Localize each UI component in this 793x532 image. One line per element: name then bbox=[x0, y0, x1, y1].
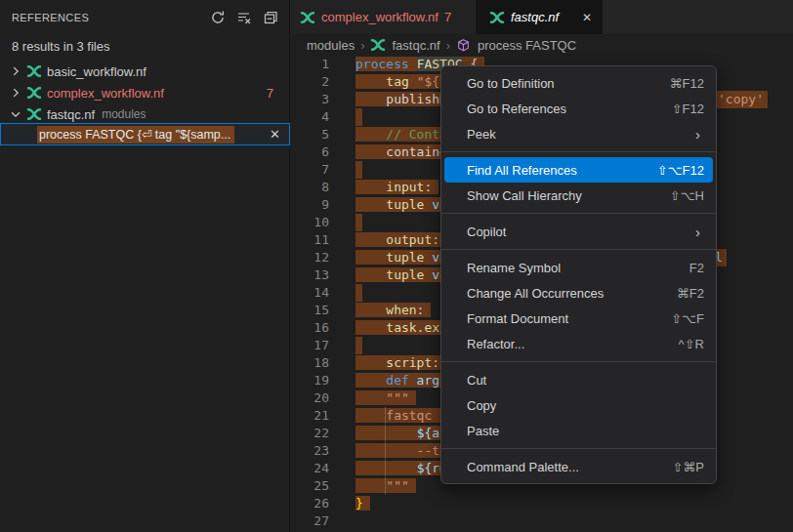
menu-item-shortcut: ⇧⌘P bbox=[672, 460, 704, 474]
code-text: tag "${s bbox=[355, 74, 454, 89]
file-row-basic-workflow-nf[interactable]: basic_workflow.nf bbox=[0, 61, 289, 82]
tab-fastqc-nf[interactable]: fastqc.nf✕ bbox=[477, 0, 603, 34]
code-token: output: bbox=[355, 232, 439, 247]
chevron-down-icon[interactable] bbox=[7, 106, 24, 122]
results-count-badge: 7 bbox=[267, 86, 273, 101]
references-sidebar: REFERENCES 8 results in 3 files basic_wo… bbox=[0, 0, 290, 532]
menu-item-go-to-definition[interactable]: Go to Definition⌘F12 bbox=[444, 70, 713, 96]
code-token: --th bbox=[355, 443, 447, 458]
menu-item-refactor[interactable]: Refactor...^⇧R bbox=[444, 331, 713, 356]
menu-item-label: Refactor... bbox=[467, 337, 679, 351]
breadcrumb-item-modules[interactable]: modules bbox=[307, 38, 355, 53]
file-name: fastqc.nf bbox=[47, 107, 95, 122]
menu-item-peek[interactable]: Peek› bbox=[444, 121, 713, 146]
menu-item-go-to-references[interactable]: Go to References⇧F12 bbox=[444, 96, 713, 121]
menu-item-copilot[interactable]: Copilot› bbox=[444, 219, 713, 244]
nextflow-icon bbox=[300, 10, 315, 25]
code-text: publishD bbox=[355, 92, 454, 106]
line-number: 21 bbox=[290, 407, 329, 425]
menu-separator bbox=[441, 213, 716, 214]
code-token: input: bbox=[355, 180, 432, 194]
reference-match-row[interactable]: process FASTQC {⏎ tag "${samp... ✕ bbox=[0, 123, 290, 145]
code-token: """ bbox=[355, 478, 409, 493]
nextflow-icon bbox=[26, 106, 42, 122]
collapse-all-icon[interactable] bbox=[262, 9, 279, 26]
menu-item-format-document[interactable]: Format Document⇧⌥F bbox=[444, 306, 713, 331]
line-number: 22 bbox=[290, 425, 329, 442]
file-name: complex_workflow.nf bbox=[47, 86, 164, 101]
indent-guide bbox=[385, 407, 386, 495]
line-number: 15 bbox=[290, 302, 329, 319]
line-number: 24 bbox=[290, 460, 329, 477]
menu-separator bbox=[441, 448, 716, 449]
results-tree: basic_workflow.nfcomplex_workflow.nf7fas… bbox=[0, 61, 289, 125]
menu-item-shortcut: ⌘F12 bbox=[670, 76, 704, 91]
code-fragment: 'copy' bbox=[716, 91, 768, 108]
code-token: script: bbox=[355, 355, 439, 370]
menu-item-paste[interactable]: Paste bbox=[444, 418, 713, 443]
close-icon[interactable]: ✕ bbox=[579, 10, 595, 25]
line-number: 4 bbox=[290, 108, 329, 126]
results-summary: 8 results in 3 files bbox=[12, 39, 289, 54]
tab-bar: complex_workflow.nf7fastqc.nf✕ bbox=[290, 0, 793, 34]
menu-separator bbox=[441, 249, 716, 250]
code-text: tuple va bbox=[355, 197, 454, 212]
code-token: task.ext bbox=[355, 320, 447, 335]
line-number: 10 bbox=[290, 214, 329, 231]
clear-all-icon[interactable] bbox=[235, 9, 253, 26]
code-token: } bbox=[355, 496, 363, 511]
close-icon[interactable]: ✕ bbox=[270, 127, 280, 142]
chevron-right-icon[interactable] bbox=[7, 85, 24, 101]
line-number: 16 bbox=[290, 319, 329, 337]
code-text: """ bbox=[355, 390, 416, 405]
line-number: 17 bbox=[290, 337, 329, 354]
breadcrumb-item-process-fastqc[interactable]: process FASTQC bbox=[478, 38, 576, 53]
tab-count-badge: 7 bbox=[444, 10, 451, 24]
code-token bbox=[355, 426, 417, 440]
breadcrumb-item-fastqc-nf[interactable]: fastqc.nf bbox=[392, 38, 439, 53]
file-row-fastqc-nf[interactable]: fastqc.nfmodules bbox=[0, 103, 289, 125]
chevron-right-icon: › bbox=[695, 224, 700, 240]
code-text: task.ext bbox=[355, 320, 454, 335]
menu-item-cut[interactable]: Cut bbox=[444, 367, 713, 392]
menu-separator bbox=[441, 151, 716, 152]
code-token: def bbox=[355, 373, 409, 388]
menu-item-shortcut: ⌘F2 bbox=[677, 286, 704, 301]
code-text: } bbox=[355, 496, 370, 511]
match-text: process FASTQC {⏎ tag "${samp... bbox=[37, 126, 234, 143]
menu-item-find-all-references[interactable]: Find All References⇧⌥F12 bbox=[444, 157, 713, 183]
line-number: 27 bbox=[290, 512, 329, 530]
code-text: fastqc \ bbox=[355, 408, 454, 423]
line-number: 2 bbox=[290, 73, 329, 91]
menu-item-label: Show Call Hierarchy bbox=[467, 188, 670, 203]
refresh-icon[interactable] bbox=[209, 9, 227, 26]
code-token: """ bbox=[355, 390, 409, 405]
line-number: 11 bbox=[290, 231, 329, 249]
code-text: ${re bbox=[355, 461, 454, 475]
menu-item-rename-symbol[interactable]: Rename SymbolF2 bbox=[444, 255, 713, 280]
code-line: 26} bbox=[290, 495, 793, 512]
menu-item-copy[interactable]: Copy bbox=[444, 392, 713, 418]
code-token: when: bbox=[355, 303, 424, 317]
tab-label: complex_workflow.nf bbox=[321, 10, 438, 24]
menu-item-label: Format Document bbox=[467, 311, 671, 326]
menu-item-change-all-occurrences[interactable]: Change All Occurrences⌘F2 bbox=[444, 280, 713, 306]
menu-item-label: Change All Occurrences bbox=[467, 286, 677, 301]
code-token bbox=[355, 461, 417, 475]
file-row-complex-workflow-nf[interactable]: complex_workflow.nf7 bbox=[0, 82, 289, 103]
menu-item-label: Find All References bbox=[467, 163, 657, 178]
code-token: tag bbox=[355, 74, 417, 89]
nextflow-icon bbox=[370, 37, 386, 53]
menu-item-command-palette[interactable]: Command Palette...⇧⌘P bbox=[444, 454, 713, 479]
line-number: 3 bbox=[290, 91, 329, 108]
chevron-right-icon[interactable] bbox=[7, 63, 24, 79]
menu-item-show-call-hierarchy[interactable]: Show Call Hierarchy⇧⌥H bbox=[444, 183, 713, 208]
line-number: 19 bbox=[290, 372, 329, 389]
tab-complex-workflow-nf[interactable]: complex_workflow.nf7 bbox=[290, 0, 477, 34]
code-text: containe bbox=[355, 144, 454, 159]
menu-item-label: Peek bbox=[467, 127, 695, 142]
menu-item-shortcut: ^⇧R bbox=[679, 337, 704, 351]
code-text: input: bbox=[355, 180, 438, 194]
file-name: basic_workflow.nf bbox=[47, 64, 146, 79]
chevron-right-icon: › bbox=[695, 126, 700, 143]
